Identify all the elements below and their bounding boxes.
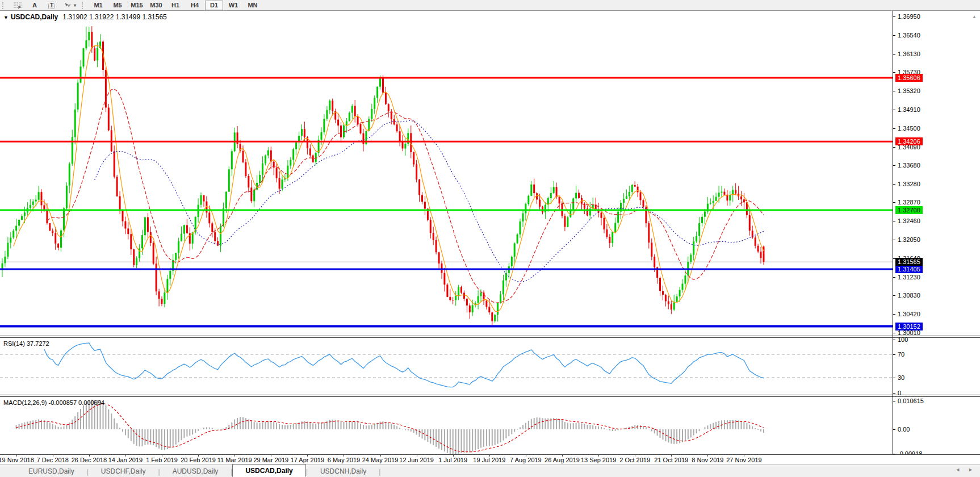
chart-tab-usdcad[interactable]: USDCAD,Daily xyxy=(232,464,305,477)
moving-average-5 xyxy=(14,46,764,312)
chart-title: ▼USDCAD,Daily1.31902 1.31922 1.31499 1.3… xyxy=(3,13,167,21)
timeframe-m5-button[interactable]: M5 xyxy=(108,1,127,10)
chart-window: ▼USDCAD,Daily1.31902 1.31922 1.31499 1.3… xyxy=(0,10,980,455)
price-level-tag: 1.31565 xyxy=(895,258,923,266)
macd-panel-canvas[interactable] xyxy=(0,397,893,455)
text-label-tool-button[interactable]: A xyxy=(26,0,43,10)
axis-tick-mark xyxy=(893,429,895,430)
price-tick: 1.36540 xyxy=(898,32,920,39)
chevron-down-icon: ▾ xyxy=(74,3,76,8)
axis-tick-mark xyxy=(893,333,895,333)
price-level-tag: 1.34206 xyxy=(895,137,923,145)
macd-signal-line xyxy=(16,404,764,452)
date-label: 2 Oct 2019 xyxy=(619,457,650,463)
axis-tick-mark xyxy=(893,295,895,296)
tab-separator: | xyxy=(379,468,380,476)
timeframe-h4-button[interactable]: H4 xyxy=(186,1,204,10)
arrows-icon xyxy=(64,2,72,9)
timeframe-d1-button[interactable]: D1 xyxy=(205,1,223,10)
price-tick: 1.32460 xyxy=(898,217,920,224)
date-label: 7 Aug 2019 xyxy=(510,457,542,463)
timeframe-h1-button[interactable]: H1 xyxy=(166,1,185,10)
axis-tick-mark xyxy=(893,393,895,394)
axis-tick-mark xyxy=(893,277,895,278)
date-label: 26 Aug 2019 xyxy=(545,457,580,463)
axis-tick-mark xyxy=(893,184,895,185)
date-axis[interactable]: 19 Nov 20187 Dec 201826 Dec 201814 Jan 2… xyxy=(0,454,980,465)
chart-dropdown-icon[interactable]: ▼ xyxy=(3,15,9,20)
axis-tick-mark xyxy=(893,165,895,166)
axis-tick-mark xyxy=(893,35,895,36)
axis-tick-mark xyxy=(893,110,895,110)
rsi-tick: 70 xyxy=(898,351,904,358)
rsi-name: RSI(14) xyxy=(3,340,25,347)
svg-text:F: F xyxy=(18,6,21,9)
timeframe-m15-button[interactable]: M15 xyxy=(128,1,146,10)
toolbar-grip[interactable] xyxy=(82,2,85,9)
text-tool-label: T xyxy=(48,2,56,9)
date-label: 19 Nov 2018 xyxy=(0,457,34,463)
price-tick: 1.35320 xyxy=(898,87,920,94)
chart-tab-eurusd[interactable]: EURUSD,Daily xyxy=(16,466,87,477)
price-tick: 1.30010 xyxy=(898,329,920,336)
price-level-tag: 1.35606 xyxy=(895,74,923,82)
date-label: 29 Mar 2019 xyxy=(253,457,288,463)
tab-scroll-left-icon[interactable]: ◄ xyxy=(955,467,960,472)
price-level-tag: 1.30152 xyxy=(895,323,923,330)
axis-scroll-marker-icon[interactable]: ▲ xyxy=(972,14,977,19)
macd-name: MACD(12,26,9) xyxy=(3,399,47,406)
rsi-value: 37.7272 xyxy=(27,340,49,347)
tab-scroll-right-icon[interactable]: ► xyxy=(968,467,973,472)
macd-label: MACD(12,26,9) -0.000857 0.000694 xyxy=(3,399,104,406)
fibonacci-icon: F xyxy=(13,2,22,9)
date-label: 20 Feb 2019 xyxy=(181,457,216,463)
macd-tick: 0.00 xyxy=(898,426,910,433)
price-tick: 1.30830 xyxy=(898,292,920,299)
chart-tab-usdcnh[interactable]: USDCNH,Daily xyxy=(308,466,379,477)
axis-tick-mark xyxy=(893,221,895,221)
date-label: 13 Sep 2019 xyxy=(581,457,616,463)
rsi-line xyxy=(44,343,764,387)
axis-tick-mark xyxy=(893,128,895,129)
price-level-tag: 1.31405 xyxy=(895,265,923,273)
price-tick: 1.33680 xyxy=(898,162,920,169)
price-tick: 1.32870 xyxy=(898,199,920,206)
rsi-label: RSI(14) 37.7272 xyxy=(3,340,49,347)
chart-symbol: USDCAD,Daily xyxy=(11,13,58,21)
date-label: 26 Dec 2018 xyxy=(72,457,107,463)
chart-tab-audusd[interactable]: AUDUSD,Daily xyxy=(160,466,231,477)
tab-scroll-controls: ◄ ► xyxy=(955,467,973,472)
axis-tick-mark xyxy=(893,54,895,55)
macd-tick: 0.010615 xyxy=(898,398,924,404)
timeframe-w1-button[interactable]: W1 xyxy=(224,1,242,10)
axis-tick-mark xyxy=(893,91,895,91)
axis-tick-mark xyxy=(893,240,895,240)
axis-tick-mark xyxy=(893,16,895,17)
timeframe-mn-button[interactable]: MN xyxy=(244,1,262,10)
date-label: 24 May 2019 xyxy=(362,457,399,463)
text-tool-button[interactable]: T xyxy=(43,0,60,10)
date-label: 1 Feb 2019 xyxy=(146,457,178,463)
date-label: 12 Jun 2019 xyxy=(399,457,434,463)
axis-tick-mark xyxy=(893,340,895,340)
price-level-tag: 1.32700 xyxy=(895,206,923,214)
arrows-tool-button[interactable]: ▾ xyxy=(60,0,79,10)
date-label: 8 Nov 2019 xyxy=(692,457,723,463)
date-label: 17 Apr 2019 xyxy=(291,457,324,463)
price-tick: 1.30420 xyxy=(898,311,920,317)
price-tick: 1.36130 xyxy=(898,51,920,57)
axis-tick-mark xyxy=(893,72,895,73)
price-chart-canvas[interactable] xyxy=(0,11,893,336)
rsi-tick: 100 xyxy=(898,336,908,343)
macd-values: -0.000857 0.000694 xyxy=(48,399,104,406)
moving-average-34 xyxy=(95,121,764,282)
rsi-panel-canvas[interactable] xyxy=(0,338,893,395)
chart-tab-usdchf[interactable]: USDCHF,Daily xyxy=(89,466,158,477)
fibonacci-tool-button[interactable]: F xyxy=(9,0,26,10)
toolbar-grip[interactable] xyxy=(2,2,6,9)
timeframe-m1-button[interactable]: M1 xyxy=(89,1,107,10)
price-tick: 1.36950 xyxy=(898,13,920,20)
timeframe-m30-button[interactable]: M30 xyxy=(147,1,165,10)
price-axis[interactable]: ▲ 1.369501.365401.361301.357301.353201.3… xyxy=(893,11,980,455)
chart-ohlc: 1.31902 1.31922 1.31499 1.31565 xyxy=(62,13,167,21)
